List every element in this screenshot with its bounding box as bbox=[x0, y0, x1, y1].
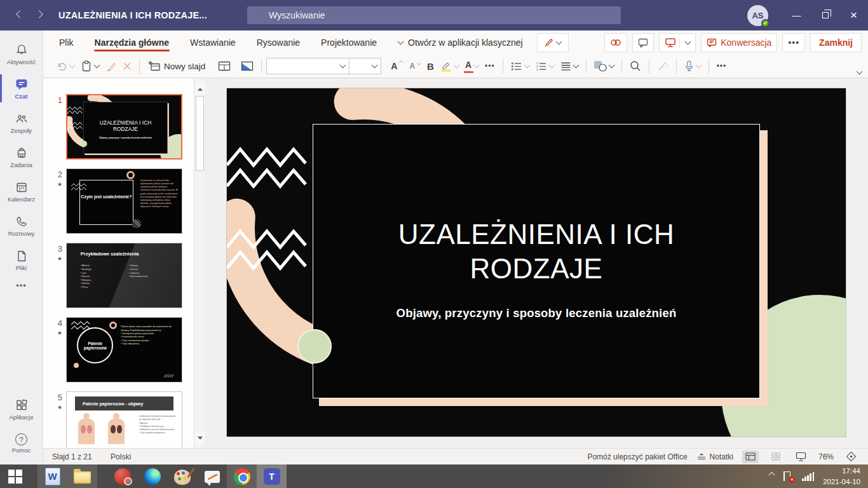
more-font-options-button[interactable]: ••• bbox=[482, 57, 498, 75]
format-painter-button[interactable] bbox=[102, 57, 119, 75]
bold-button[interactable]: B bbox=[424, 57, 437, 75]
more-tabs-chevron-icon[interactable] bbox=[398, 38, 404, 44]
search-input[interactable] bbox=[247, 6, 621, 24]
thumbnail-scrollbar[interactable] bbox=[194, 78, 205, 448]
font-family-select[interactable] bbox=[266, 58, 349, 74]
tab-design[interactable]: Projektowanie bbox=[320, 32, 377, 53]
avatar[interactable]: AS ✓ bbox=[747, 5, 768, 26]
taskbar-word[interactable]: W bbox=[37, 464, 67, 488]
scroll-up-button[interactable] bbox=[195, 84, 205, 94]
edit-mode-button[interactable] bbox=[537, 33, 569, 52]
taskbar-sticky-notes[interactable] bbox=[197, 464, 227, 488]
taskbar-teams[interactable]: T bbox=[257, 464, 287, 488]
open-in-desktop-link[interactable]: Otwórz w aplikacji klasycznej bbox=[408, 37, 523, 48]
feedback-link[interactable]: Pomóż ulepszyć pakiet Office bbox=[587, 452, 687, 461]
layout-button[interactable] bbox=[215, 57, 234, 75]
action-center-flag-icon[interactable]: × bbox=[783, 471, 793, 482]
scrollbar-thumb[interactable] bbox=[196, 96, 204, 171]
taskbar-chrome[interactable] bbox=[227, 464, 257, 488]
tray-expand-chevron-icon[interactable] bbox=[769, 472, 775, 478]
clock[interactable]: 17:44 2021-04-10 bbox=[823, 466, 860, 486]
grow-font-button[interactable]: A bbox=[388, 57, 406, 75]
zigzag-decoration bbox=[227, 170, 306, 186]
tab-draw[interactable]: Rysowanie bbox=[256, 32, 301, 53]
sidebar-item-files[interactable]: Pliki bbox=[0, 243, 43, 277]
close-button[interactable]: × bbox=[839, 0, 868, 30]
thumbnail-row-3: 3 ★ Przykładowe uzależnienia • Alkohol, … bbox=[50, 243, 205, 308]
font-color-button[interactable]: A bbox=[462, 57, 482, 75]
forward-button[interactable] bbox=[28, 0, 47, 30]
tab-file[interactable]: Plik bbox=[58, 32, 74, 53]
tab-home[interactable]: Narzędzia główne bbox=[94, 32, 170, 53]
present-button[interactable]: | bbox=[659, 33, 696, 52]
slideshow-view-button[interactable] bbox=[793, 451, 810, 463]
sidebar-item-calls[interactable]: Rozmowy bbox=[0, 208, 43, 243]
slide-thumbnail-4[interactable]: Palenie papierosów Palenie tytoniu może … bbox=[66, 317, 182, 383]
sidebar-item-teams[interactable]: Zespoły bbox=[0, 105, 43, 140]
current-slide[interactable]: UZALEŻNIENIA I ICH RODZAJE Objawy, przyc… bbox=[227, 88, 846, 437]
minimize-button[interactable]: — bbox=[782, 0, 811, 30]
numbering-button[interactable] bbox=[532, 57, 557, 75]
find-button[interactable] bbox=[627, 57, 644, 75]
sidebar-item-activity[interactable]: Aktywność bbox=[0, 37, 43, 71]
normal-view-button[interactable] bbox=[742, 451, 759, 463]
font-size-select[interactable] bbox=[349, 58, 381, 74]
present-options-chevron-icon[interactable] bbox=[685, 38, 691, 44]
bullets-button[interactable] bbox=[508, 57, 532, 75]
sidebar-more-button[interactable]: ••• bbox=[16, 281, 27, 290]
sidebar-item-chat[interactable]: Czat bbox=[0, 71, 43, 105]
slideshow-icon bbox=[796, 452, 806, 461]
restore-button[interactable] bbox=[811, 0, 839, 30]
collapse-ribbon-chevron-icon[interactable] bbox=[857, 69, 863, 75]
sidebar-item-apps[interactable]: Aplikacje bbox=[0, 392, 43, 426]
zoom-level[interactable]: 76% bbox=[818, 452, 834, 461]
delete-button[interactable] bbox=[119, 57, 135, 75]
conversation-button[interactable]: Konwersacja bbox=[701, 33, 777, 52]
notes-toggle[interactable]: Notatki bbox=[696, 452, 733, 461]
design-ideas-button[interactable] bbox=[238, 57, 257, 75]
numbered-list-icon bbox=[536, 62, 547, 71]
ribbon-more-button[interactable]: ••• bbox=[714, 57, 730, 75]
chevron-down-icon bbox=[524, 62, 530, 68]
new-slide-button[interactable]: Nowy slajd bbox=[144, 57, 208, 75]
chevron-down-icon bbox=[695, 62, 702, 68]
fit-to-window-button[interactable] bbox=[843, 451, 859, 463]
scroll-down-button[interactable] bbox=[195, 433, 205, 443]
grid-view-icon bbox=[771, 452, 780, 461]
taskbar-edge[interactable] bbox=[137, 464, 167, 488]
sidebar-item-calendar[interactable]: Kalendarz bbox=[0, 174, 43, 208]
slide-thumbnail-5[interactable]: Palenie papierosów - objawy Uzależnienie… bbox=[66, 391, 182, 448]
apps-grid-icon bbox=[15, 398, 29, 412]
dictate-button[interactable] bbox=[681, 57, 704, 75]
tab-insert[interactable]: Wstawianie bbox=[189, 32, 236, 53]
tray-time: 17:44 bbox=[823, 466, 860, 476]
taskbar-search-app[interactable] bbox=[107, 464, 137, 488]
slide-thumbnail-2[interactable]: Czym jest uzależnienie? Uzależnienie to … bbox=[66, 168, 182, 234]
close-presentation-button[interactable]: Zamknij bbox=[810, 33, 862, 52]
slide-title[interactable]: UZALEŻNIENIA I ICH RODZAJE bbox=[368, 217, 705, 285]
layout-icon bbox=[218, 61, 231, 71]
designer-button[interactable] bbox=[654, 57, 672, 75]
paste-button[interactable] bbox=[78, 57, 102, 75]
back-button[interactable] bbox=[9, 0, 28, 30]
network-signal-icon[interactable] bbox=[802, 472, 814, 481]
highlight-color-button[interactable] bbox=[437, 57, 462, 75]
taskbar-paint[interactable] bbox=[167, 464, 197, 488]
slide-thumbnail-3[interactable]: Przykładowe uzależnienia • Alkohol, • Na… bbox=[66, 243, 182, 308]
title-text-box[interactable]: UZALEŻNIENIA I ICH RODZAJE Objawy, przyc… bbox=[313, 124, 760, 398]
slide-thumbnail-1[interactable]: UZALEŻNIENIA I ICH RODZAJE Objawy, przyc… bbox=[66, 94, 182, 159]
undo-button[interactable] bbox=[53, 57, 78, 75]
sidebar-item-tasks[interactable]: Zadania bbox=[0, 140, 43, 174]
copy-link-button[interactable] bbox=[604, 33, 627, 52]
start-button[interactable] bbox=[0, 464, 30, 488]
comments-button[interactable] bbox=[632, 33, 654, 52]
slide-subtitle[interactable]: Objawy, przyczyny i sposoby leczenia uza… bbox=[397, 306, 677, 320]
slide-sorter-view-button[interactable] bbox=[768, 451, 784, 463]
more-options-button[interactable]: ••• bbox=[782, 33, 805, 52]
taskbar-file-explorer[interactable] bbox=[67, 464, 97, 488]
shapes-button[interactable] bbox=[591, 57, 617, 75]
shrink-font-button[interactable]: A bbox=[406, 57, 424, 75]
align-button[interactable] bbox=[557, 57, 581, 75]
sidebar-item-help[interactable]: ? Pomoc bbox=[0, 426, 43, 461]
shapes-icon bbox=[594, 61, 607, 72]
